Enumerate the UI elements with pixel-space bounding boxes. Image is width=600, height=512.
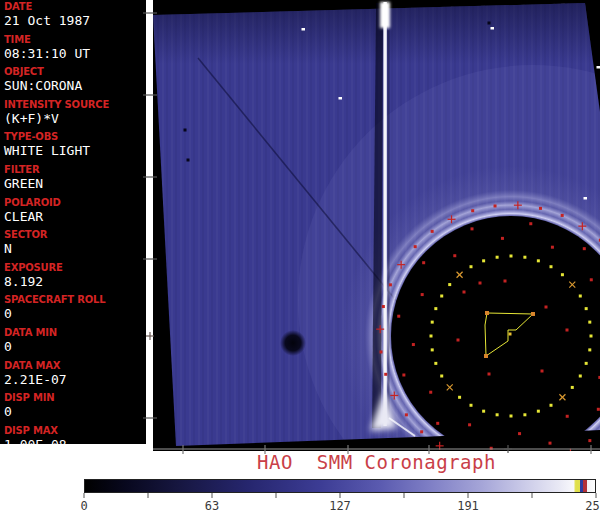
field-data-max: DATA MAX2.21E-07 xyxy=(4,360,146,387)
inner-fiducial-dot xyxy=(479,282,482,285)
colorbar-tick-label: 63 xyxy=(190,499,234,512)
field-data-min: DATA MIN0 xyxy=(4,327,146,354)
field-value: 1.00E-08 xyxy=(4,437,146,452)
field-time: TIME08:31:10 UT xyxy=(4,34,146,61)
field-label: TIME xyxy=(4,34,146,45)
dark-speck xyxy=(187,159,190,162)
field-spacecraft-roll: SPACECRAFT ROLL0 xyxy=(4,294,146,321)
field-intensity-source: INTENSITY SOURCE(K+F)*V xyxy=(4,99,146,126)
coronagraph-viewer: { "window": {"width": 600, "height": 512… xyxy=(0,0,600,512)
field-value: 0 xyxy=(4,306,146,321)
field-label: DATA MAX xyxy=(4,360,146,371)
inner-fiducial-dot xyxy=(457,339,460,342)
field-date: DATE21 Oct 1987 xyxy=(4,1,146,28)
field-value: GREEN xyxy=(4,176,146,191)
page-title: HAO SMM Coronagraph xyxy=(153,451,600,473)
colorbar-tick-label: 127 xyxy=(318,499,362,512)
intensity-colorbar xyxy=(84,479,596,493)
dark-speck xyxy=(488,22,491,25)
field-label: POLAROID xyxy=(4,197,146,208)
colorbar-tick-label: 191 xyxy=(446,499,490,512)
dark-speck xyxy=(184,129,187,132)
field-label: DATE xyxy=(4,1,146,12)
field-label: INTENSITY SOURCE xyxy=(4,99,146,110)
field-value: 0 xyxy=(4,404,146,419)
field-filter: FILTERGREEN xyxy=(4,164,146,191)
field-type-obs: TYPE-OBSWHITE LIGHT xyxy=(4,131,146,158)
field-value: 0 xyxy=(4,339,146,354)
field-disp-max: DISP MAX1.00E-08 xyxy=(4,425,146,452)
field-object: OBJECTSUN:CORONA xyxy=(4,66,146,93)
field-exposure: EXPOSURE8.192 xyxy=(4,262,146,289)
white-speck xyxy=(597,66,600,69)
field-polaroid: POLAROIDCLEAR xyxy=(4,197,146,224)
colorbar-tick-label: 0 xyxy=(62,499,106,512)
colorbar-tick-label: 255 xyxy=(574,499,600,512)
field-label: DISP MIN xyxy=(4,392,146,403)
inner-fiducial-dot xyxy=(541,370,544,373)
white-speck xyxy=(584,197,588,200)
field-value: WHITE LIGHT xyxy=(4,143,146,158)
field-value: 2.21E-07 xyxy=(4,372,146,387)
field-label: EXPOSURE xyxy=(4,262,146,273)
white-speck xyxy=(302,28,306,31)
field-value: CLEAR xyxy=(4,209,146,224)
white-speck xyxy=(491,27,495,30)
field-label: DATA MIN xyxy=(4,327,146,338)
field-label: TYPE-OBS xyxy=(4,131,146,142)
coronagraph-image-plot xyxy=(153,0,600,451)
field-value: 8.192 xyxy=(4,274,146,289)
field-label: FILTER xyxy=(4,164,146,175)
inner-fiducial-dot xyxy=(463,291,466,294)
field-label: SECTOR xyxy=(4,229,146,240)
field-label: DISP MAX xyxy=(4,425,146,436)
inner-fiducial-dot xyxy=(504,280,507,283)
inner-fiducial-dot xyxy=(488,373,491,376)
field-value: (K+F)*V xyxy=(4,111,146,126)
field-label: SPACECRAFT ROLL xyxy=(4,294,146,305)
field-label: OBJECT xyxy=(4,66,146,77)
field-value: 21 Oct 1987 xyxy=(4,13,146,28)
field-value: N xyxy=(4,241,146,256)
field-disp-min: DISP MIN0 xyxy=(4,392,146,419)
field-sector: SECTORN xyxy=(4,229,146,256)
dust-spot xyxy=(280,330,306,356)
inner-fiducial-dot xyxy=(566,329,569,332)
metadata-sidebar: DATE21 Oct 1987TIME08:31:10 UTOBJECTSUN:… xyxy=(0,0,146,444)
coronagraph-image xyxy=(153,0,600,451)
field-value: 08:31:10 UT xyxy=(4,46,146,61)
white-speck xyxy=(339,97,343,100)
field-value: SUN:CORONA xyxy=(4,78,146,93)
inner-fiducial-dot xyxy=(545,306,548,309)
